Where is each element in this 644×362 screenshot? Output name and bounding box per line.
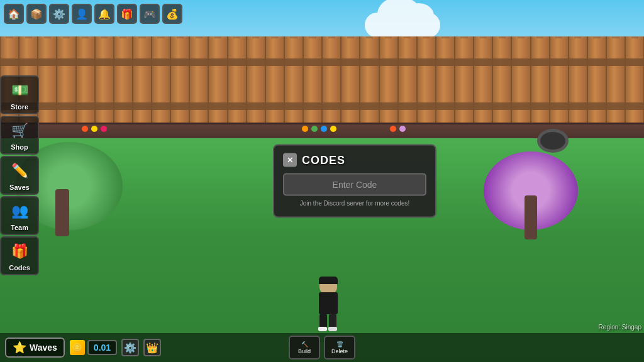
home-icon[interactable]: 🏠 <box>4 4 24 24</box>
team-button[interactable]: 👥 Team <box>0 196 39 235</box>
gamepad-icon[interactable]: 🎮 <box>140 4 160 24</box>
build-label: Build <box>298 348 311 354</box>
gifts-icon[interactable]: 🎁 <box>117 4 137 24</box>
currency-bar: 🪙 0.01 ⚙️ 👑 <box>70 339 161 356</box>
store-label: Store <box>11 103 28 111</box>
purple-tree <box>518 151 556 239</box>
store-icon: 💵 <box>8 79 31 102</box>
fence <box>0 36 644 137</box>
coin-amount: 0.01 <box>87 340 117 355</box>
delete-label: Delete <box>331 348 348 354</box>
inventory-icon[interactable]: 📦 <box>26 4 47 24</box>
shop-button[interactable]: 🛒 Shop <box>0 116 39 155</box>
flowers-left <box>82 126 107 132</box>
code-input[interactable] <box>283 173 426 196</box>
region-label: Region: Singap <box>599 324 641 331</box>
star-icon: ⭐ <box>13 341 26 354</box>
modal-close-button[interactable]: ✕ <box>283 153 297 167</box>
green-tree <box>50 142 88 236</box>
player-hair <box>319 277 338 284</box>
saves-icon: ✏️ <box>8 160 31 182</box>
saves-button[interactable]: ✏️ Saves <box>0 156 39 195</box>
player-feet <box>318 327 337 331</box>
codes-label: Codes <box>9 264 30 272</box>
team-icon: 👥 <box>8 200 31 222</box>
codes-button[interactable]: 🎁 Codes <box>0 236 39 275</box>
profile-icon[interactable]: 👤 <box>72 4 92 24</box>
build-button[interactable]: 🔨 Build <box>289 336 320 359</box>
delete-icon: 🗑️ <box>336 341 343 348</box>
player-character <box>318 277 340 333</box>
shop-icon: 🛒 <box>8 119 31 142</box>
store-button[interactable]: 💵 Store <box>0 75 39 114</box>
notifications-icon[interactable]: 🔔 <box>94 4 114 24</box>
player-torso <box>319 292 338 314</box>
player-legs <box>319 314 336 328</box>
modal-title: CODES <box>302 153 345 167</box>
crown-button[interactable]: 👑 <box>143 339 161 356</box>
cloud <box>365 13 440 38</box>
codes-icon: 🎁 <box>8 240 31 263</box>
flowers-center <box>302 126 336 132</box>
flowers-right <box>390 126 406 132</box>
delete-button[interactable]: 🗑️ Delete <box>324 336 355 359</box>
coin-icon: 🪙 <box>70 340 85 355</box>
waves-label: Waves <box>30 343 57 353</box>
top-bar: 🏠 📦 ⚙️ 👤 🔔 🎁 🎮 💰 <box>4 4 182 24</box>
saves-label: Saves <box>9 184 30 191</box>
money-icon[interactable]: 💰 <box>162 4 182 24</box>
tire <box>537 129 569 153</box>
team-label: Team <box>11 224 28 231</box>
settings-icon[interactable]: ⚙️ <box>49 4 69 24</box>
build-icon: 🔨 <box>301 341 308 348</box>
codes-modal: ✕ CODES Join the Discord server for more… <box>273 145 436 218</box>
bottom-actions: 🔨 Build 🗑️ Delete <box>289 336 355 359</box>
modal-header: ✕ CODES <box>283 153 426 167</box>
waves-badge: ⭐ Waves <box>5 337 65 358</box>
gear-button[interactable]: ⚙️ <box>121 339 139 356</box>
modal-hint: Join the Discord server for more codes! <box>283 200 426 207</box>
shop-label: Shop <box>11 143 28 151</box>
bottom-bar: ⭐ Waves 🪙 0.01 ⚙️ 👑 🔨 Build 🗑️ Delete <box>0 333 644 362</box>
sidebar: 💵 Store 🛒 Shop ✏️ Saves 👥 Team 🎁 Codes <box>0 75 39 275</box>
